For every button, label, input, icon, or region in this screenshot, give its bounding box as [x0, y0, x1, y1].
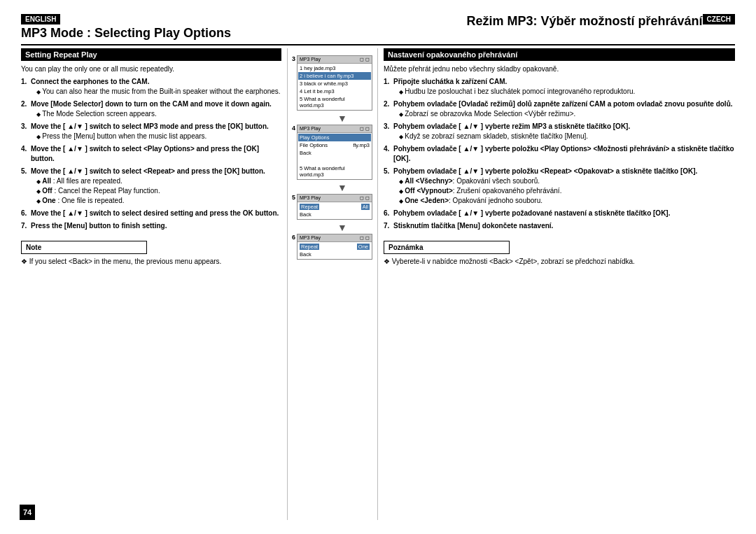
right-step-7: 7. Stisknutím tlačítka [Menu] dokončete … — [384, 221, 735, 231]
arrow-3: ▼ — [302, 223, 383, 232]
screen-4-wrap: 4 MP3 Play ◻ ◻ Play Options File Options… — [292, 125, 373, 180]
left-step-3: 3. Move the [ ▲/▼ ] switch to select MP3… — [21, 122, 281, 141]
page-number: 74 — [20, 505, 35, 520]
right-intro: Můžete přehrát jednu nebo všechny skladb… — [384, 65, 735, 73]
left-step-7: 7. Press the [Menu] button to finish set… — [21, 221, 281, 231]
center-column: 3 MP3 Play ◻ ◻ 1 hey jade.mp3 2 i believ… — [287, 48, 378, 520]
poznamka-box: Poznámka — [384, 241, 510, 254]
left-step-1: 1. Connect the earphones to the CAM. You… — [21, 77, 281, 97]
left-step-5: 5. Move the [ ▲/▼ ] switch to select <Re… — [21, 167, 281, 206]
device-screen-5: MP3 Play ◻ ◻ Repeat All Back — [297, 194, 372, 220]
poznamka-label: Poznámka — [388, 244, 505, 251]
device-screen-6: MP3 Play ◻ ◻ Repeat One Back — [297, 234, 372, 260]
poznamka-text: ❖ Vyberete-li v nabídce možnosti <Back> … — [384, 257, 735, 267]
right-step-5: 5. Pohybem ovladače [ ▲/▼ ] vyberte polo… — [384, 167, 735, 206]
right-step-6: 6. Pohybem ovladače [ ▲/▼ ] vyberte poža… — [384, 209, 735, 218]
arrow-1: ▼ — [302, 113, 383, 123]
right-steps: 1. Připojte sluchátka k zařízení CAM. Hu… — [384, 77, 735, 231]
left-steps: 1. Connect the earphones to the CAM. You… — [21, 77, 281, 231]
left-step-6: 6. Move the [ ▲/▼ ] switch to select des… — [21, 209, 281, 218]
note-box: Note — [21, 241, 147, 254]
czech-badge: CZECH — [703, 14, 735, 24]
right-step-2: 2. Pohybem ovladače [Ovladač režimů] dol… — [384, 99, 735, 119]
left-column: Setting Repeat Play You can play the onl… — [21, 48, 287, 520]
right-step-3: 3. Pohybem ovladače [ ▲/▼ ] vyberte reži… — [384, 122, 735, 141]
note-text: ❖ If you select <Back> in the menu, the … — [21, 257, 281, 267]
right-section-header: Nastavení opakovaného přehrávání — [384, 48, 735, 61]
note-label: Note — [26, 244, 142, 251]
arrow-2: ▼ — [302, 183, 383, 192]
right-step-4: 4. Pohybem ovladače [ ▲/▼ ] vyberte polo… — [384, 144, 735, 164]
right-column: Nastavení opakovaného přehrávání Můžete … — [378, 48, 735, 520]
left-section-header: Setting Repeat Play — [21, 48, 281, 61]
left-main-title: MP3 Mode : Selecting Play Options — [21, 26, 287, 41]
screen-6-wrap: 6 MP3 Play ◻ ◻ Repeat One Back — [292, 234, 373, 260]
right-step-1: 1. Připojte sluchátka k zařízení CAM. Hu… — [384, 77, 735, 97]
left-intro: You can play the only one or all music r… — [21, 65, 281, 73]
device-screen-3: MP3 Play ◻ ◻ 1 hey jade.mp3 2 i believe … — [297, 55, 372, 111]
right-main-title: Režim MP3: Výběr možností přehrávání — [378, 14, 735, 29]
screen-5-wrap: 5 MP3 Play ◻ ◻ Repeat All Back — [292, 194, 373, 220]
screen-3-wrap: 3 MP3 Play ◻ ◻ 1 hey jade.mp3 2 i believ… — [292, 55, 373, 111]
left-step-4: 4. Move the [ ▲/▼ ] switch to select <Pl… — [21, 144, 281, 164]
english-badge: ENGLISH — [21, 14, 60, 24]
device-screen-4: MP3 Play ◻ ◻ Play Options File Optionsfl… — [297, 125, 372, 180]
left-step-2: 2. Move [Mode Selector] down to turn on … — [21, 99, 281, 119]
